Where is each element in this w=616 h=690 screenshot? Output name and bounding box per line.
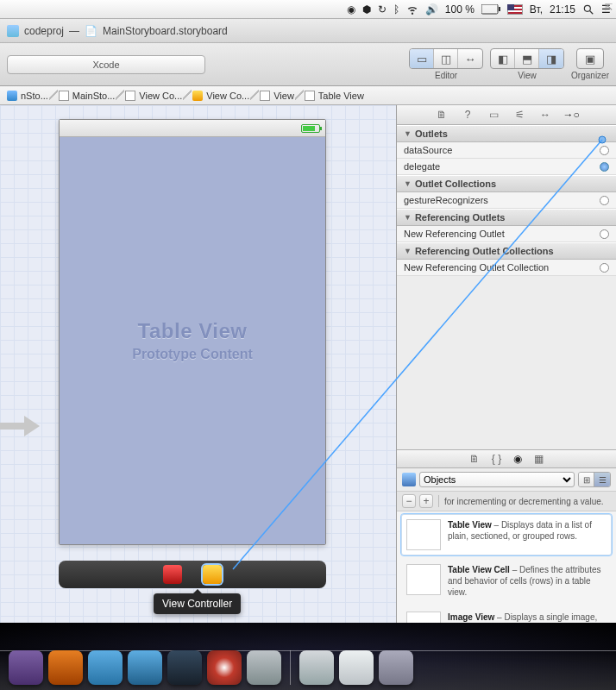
library-item-tableview[interactable]: Table View – Displays data in a list of … [400,513,613,556]
library-view-segment: ⊞ ☰ [578,472,611,487]
editor-assistant-button[interactable]: ◫ [434,49,458,68]
connection-circle[interactable] [600,263,609,273]
scheme-selector[interactable]: Xcode [7,55,205,74]
attributes-inspector-tab[interactable]: ⚟ [512,108,527,122]
disclosure-icon: ▼ [404,247,412,255]
clock-day: Вт, [530,3,543,16]
editor-version-button[interactable]: ↔ [458,49,482,68]
dock-separator [290,650,291,685]
status-bar [60,120,325,137]
media-library-tab[interactable]: ▦ [534,453,544,465]
identity-inspector-tab[interactable]: ▭ [486,108,501,122]
popout-icon[interactable]: ⇱ [605,2,613,13]
file-templates-tab[interactable]: 🗎 [469,453,480,465]
volume-icon[interactable]: 🔊 [425,3,438,16]
help-inspector-tab[interactable]: ? [460,108,475,122]
view-util-button[interactable]: ◨ [539,49,563,68]
editor-label: Editor [435,71,457,80]
dock-documents[interactable] [339,650,374,685]
spotlight-icon[interactable] [582,3,594,16]
crumb-tableview[interactable]: Table View [299,86,369,104]
dock-app-preferences[interactable] [247,650,281,685]
first-responder-icon[interactable] [163,565,182,584]
initial-scene-arrow[interactable] [0,409,43,443]
library-cube-icon [402,473,416,486]
battery-icon[interactable] [481,4,500,15]
view-nav-button[interactable]: ◧ [491,49,515,68]
outlets-section-header[interactable]: ▼Outlets [397,125,616,142]
battery-text: 100 % [445,3,475,16]
storyboard-canvas[interactable]: Table View Prototype Content View Contro… [0,105,397,669]
library-tabs: 🗎 { } ◉ ▦ [397,449,616,468]
file-icon: 📄 [85,25,97,37]
library-list-button[interactable]: ☰ [594,473,610,486]
svg-line-3 [590,10,594,14]
svg-rect-1 [499,7,500,11]
lib-thumb [406,564,441,595]
dock-app-mail[interactable] [128,650,162,685]
app-icon[interactable]: ◉ [347,3,355,16]
editor-segment: ▭ ◫ ↔ [409,48,483,69]
view-debug-button[interactable]: ⬒ [515,49,539,68]
svg-point-2 [584,5,590,11]
dock-app-xcode[interactable] [88,650,123,685]
connection-circle[interactable] [600,162,609,172]
inspector-tabs: 🗎 ? ▭ ⚟ ↔ →○ [397,105,616,125]
crumb-vc[interactable]: View Co... [187,86,255,104]
jump-bar: nSto... MainSto... View Co... View Co...… [0,86,616,105]
view-segment: ◧ ⬒ ◨ [490,48,564,69]
library-filter-bar: Objects ⊞ ☰ [397,468,616,492]
disclosure-icon: ▼ [404,213,412,222]
connection-circle[interactable] [600,146,609,155]
crumb-storyboard[interactable]: MainSto... [53,86,121,104]
outlet-row-delegate[interactable]: delegate [397,159,616,175]
dock-folder[interactable] [299,650,334,685]
library-category-select[interactable]: Objects [419,472,575,487]
scene-icon [125,91,135,101]
crumb-project[interactable]: nSto... [2,86,53,104]
library-collapse-button[interactable]: − [402,494,416,508]
new-ref-outlet-coll-row[interactable]: New Referencing Outlet Collection [397,260,616,276]
crumb-label: View Co... [206,91,249,101]
bluetooth-icon[interactable]: ᛒ [393,3,399,16]
ref-outlet-coll-section-header[interactable]: ▼Referencing Outlet Collections [397,242,616,260]
object-library-tab[interactable]: ◉ [513,453,522,465]
desktop-background [0,623,616,690]
crumb-label: View Co... [139,91,182,101]
code-snippets-tab[interactable]: { } [492,453,501,465]
ref-outlets-section-header[interactable]: ▼Referencing Outlets [397,209,616,226]
size-inspector-tab[interactable]: ↔ [537,108,553,122]
view-icon [260,91,270,101]
shield-icon[interactable]: ⬢ [362,3,371,16]
dock-app-sublime[interactable] [48,650,83,685]
wifi-icon[interactable] [406,3,418,16]
library-item-tableviewcell[interactable]: Table View Cell – Defines the attributes… [400,558,613,604]
file-inspector-tab[interactable]: 🗎 [434,108,449,122]
connection-circle[interactable] [600,229,609,239]
crumb-view[interactable]: View [255,86,299,104]
storyboard-icon [59,91,69,101]
svg-rect-0 [481,4,498,14]
new-ref-outlet-row[interactable]: New Referencing Outlet [397,226,616,242]
section-label: Referencing Outlets [415,212,506,223]
table-view[interactable]: Table View Prototype Content [60,137,325,544]
dock-app-media[interactable] [207,650,242,685]
lib-text: Table View Cell – Defines the attributes… [448,564,607,598]
editor-standard-button[interactable]: ▭ [410,49,434,68]
view-controller-icon[interactable] [203,565,222,584]
connection-circle[interactable] [600,196,609,205]
dock-trash[interactable] [379,650,413,685]
dock-app-terminal[interactable] [167,650,202,685]
library-grid-button[interactable]: ⊞ [579,473,594,486]
outlet-row-datasource[interactable]: dataSource [397,142,616,159]
outlet-row-gesture[interactable]: gestureRecognizers [397,192,616,209]
organizer-button[interactable]: ▣ [576,48,604,69]
crumb-vc-scene[interactable]: View Co... [120,86,187,104]
sync-icon[interactable]: ↻ [378,3,387,16]
tableview-title: Table View [138,319,248,343]
input-flag-icon[interactable] [507,4,523,15]
dock-app-phpstorm[interactable] [9,650,43,685]
connections-inspector-tab[interactable]: →○ [563,108,579,122]
library-expand-button[interactable]: + [419,494,433,508]
outlet-collections-section-header[interactable]: ▼Outlet Collections [397,175,616,192]
